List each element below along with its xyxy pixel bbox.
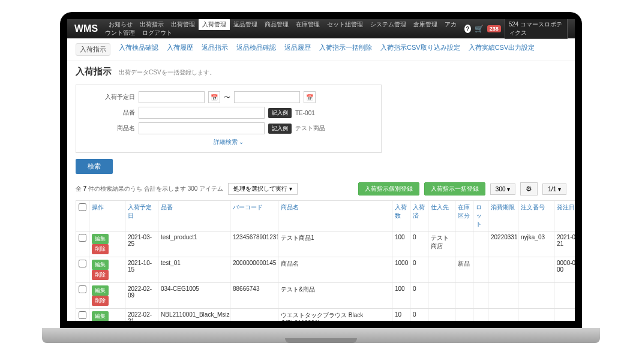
subtab-0[interactable]: 入荷指示 (76, 43, 110, 56)
nav-item-6[interactable]: 在庫管理 (292, 19, 323, 30)
top-nav: WMS お知らせ出荷指示出荷管理入荷管理返品管理商品管理在庫管理セット組管理シス… (67, 19, 575, 38)
select-all-checkbox[interactable] (79, 203, 86, 211)
table-row: 編集 削除2021-10-15test_012000000000145商品名10… (76, 257, 575, 283)
row-checkbox[interactable] (79, 260, 86, 267)
sub-tabs: 入荷指示入荷検品確認入荷履歴返品指示返品検品確認返品履歴入荷指示一括削除入荷指示… (67, 38, 575, 61)
name-label: 商品名 (82, 124, 135, 133)
col-header[interactable]: 在庫区分 (458, 204, 470, 219)
col-header[interactable]: 注文番号 (521, 204, 545, 210)
delete-button[interactable]: 削除 (92, 270, 109, 280)
page-subtitle: 出荷データCSVを一括登録します。 (119, 68, 215, 77)
table-row: 編集 削除2022-02-21NBL2110001_Black_Msizeウエス… (76, 309, 575, 321)
nav-item-7[interactable]: セット組管理 (323, 19, 367, 30)
date-label: 入荷予定日 (82, 93, 135, 101)
code-input[interactable] (139, 107, 265, 119)
nav-item-3[interactable]: 入荷管理 (199, 19, 230, 30)
col-header[interactable]: 操作 (92, 204, 104, 210)
register-bulk-button[interactable]: 入荷指示一括登録 (424, 182, 485, 195)
advanced-search-toggle[interactable]: 詳細検索 (82, 138, 375, 146)
result-summary: 全 7 件の検索結果のうち 合計を示します 300 アイテム (76, 185, 223, 193)
subtab-1[interactable]: 入荷検品確認 (119, 43, 158, 56)
subtab-7[interactable]: 入荷指示CSV取り込み設定 (380, 43, 460, 56)
row-checkbox[interactable] (79, 285, 86, 293)
subtab-6[interactable]: 入荷指示一括削除 (319, 43, 372, 56)
name-hint: テスト商品 (295, 124, 325, 133)
nav-item-5[interactable]: 商品管理 (261, 19, 292, 30)
nav-item-4[interactable]: 返品管理 (230, 19, 261, 30)
row-checkbox[interactable] (79, 234, 86, 242)
col-header[interactable]: 入荷済 (413, 204, 425, 219)
code-label: 品番 (82, 109, 135, 117)
date-from-input[interactable] (139, 91, 205, 103)
row-checkbox[interactable] (79, 311, 86, 319)
code-hint: TE-001 (295, 110, 315, 116)
delete-button[interactable]: 削除 (92, 244, 109, 254)
edit-button[interactable]: 編集 (92, 234, 109, 244)
subtab-8[interactable]: 入荷実績CSV出力設定 (469, 43, 535, 56)
brand-logo: WMS (74, 23, 98, 34)
results-table: 操作入荷予定日品番バーコード商品名入荷数入荷済仕入先在庫区分ロット消費期限注文番… (76, 200, 575, 321)
edit-button[interactable]: 編集 (92, 285, 109, 296)
nav-item-11[interactable]: ログアウト (139, 27, 176, 38)
calendar-icon[interactable]: 📅 (208, 91, 220, 103)
help-icon[interactable]: ? (464, 25, 471, 33)
example-chip: 記入例 (268, 124, 292, 134)
col-header[interactable]: 商品名 (281, 204, 299, 210)
table-row: 編集 削除2021-03-25test_product1123456789012… (76, 231, 575, 257)
name-input[interactable] (139, 122, 265, 134)
bulk-action-select[interactable]: 処理を選択して実行 ▾ (228, 183, 298, 195)
col-header[interactable]: 仕入先 (431, 204, 449, 210)
subtab-4[interactable]: 返品検品確認 (236, 43, 276, 56)
edit-button[interactable]: 編集 (92, 260, 109, 270)
register-individual-button[interactable]: 入荷指示個別登録 (358, 182, 419, 195)
subtab-3[interactable]: 返品指示 (202, 43, 228, 56)
example-chip: 記入例 (268, 108, 292, 118)
notification-badge[interactable]: 238 (487, 25, 501, 32)
table-row: 編集 削除2022-02-09034-CEG100588666743テスト&商品… (76, 283, 575, 309)
cart-icon[interactable]: 🛒 (475, 25, 484, 33)
page-size-select[interactable]: 300 ▾ (490, 183, 515, 195)
search-button[interactable]: 検索 (76, 159, 113, 174)
nav-item-9[interactable]: 倉庫管理 (410, 19, 441, 30)
calendar-icon[interactable]: 📅 (304, 91, 316, 103)
col-header[interactable]: 入荷予定日 (128, 204, 152, 219)
date-to-input[interactable] (234, 91, 300, 103)
pager-select[interactable]: 1/1 ▾ (542, 183, 566, 195)
date-separator: 〜 (224, 93, 230, 102)
col-header[interactable]: 発注日 (557, 204, 575, 210)
nav-item-8[interactable]: システム管理 (367, 19, 410, 30)
col-header[interactable]: 品番 (161, 204, 173, 210)
col-header[interactable]: バーコード (233, 204, 263, 210)
subtab-2[interactable]: 入荷履歴 (167, 43, 193, 56)
col-header[interactable]: ロット (476, 204, 482, 227)
org-selector[interactable]: 524 コマースロボティクス (505, 19, 568, 39)
col-header[interactable]: 入荷数 (395, 204, 407, 219)
subtab-5[interactable]: 返品履歴 (284, 43, 311, 56)
col-header[interactable]: 消費期限 (491, 204, 515, 210)
delete-button[interactable]: 削除 (92, 296, 109, 306)
search-form: 入荷予定日 📅 〜 📅 品番 記入例 TE-001 商品名 記入例 テスト商品 … (76, 85, 382, 153)
page-title: 入荷指示 (76, 66, 112, 77)
edit-button[interactable]: 編集 (92, 311, 109, 321)
settings-icon[interactable]: ⚙ (520, 182, 538, 195)
